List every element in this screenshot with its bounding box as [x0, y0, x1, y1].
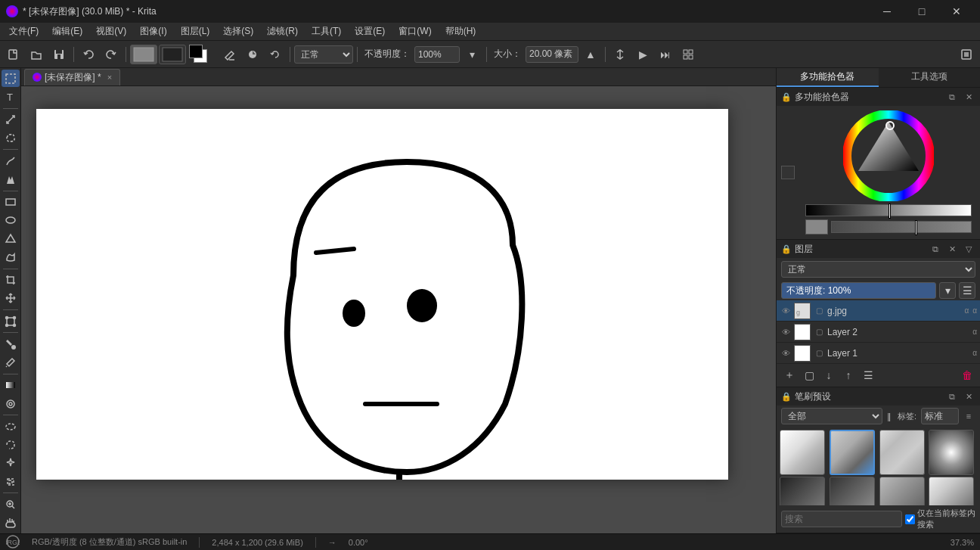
brush-item-2[interactable] [830, 430, 875, 475]
close-button[interactable]: ✕ [939, 0, 974, 23]
tool-magic-wand[interactable] [2, 455, 20, 472]
tool-polygon[interactable] [2, 230, 20, 247]
canvas-tab-item[interactable]: [未保存图像] * × [24, 69, 120, 85]
canvas-drawing[interactable] [36, 109, 728, 480]
menu-window[interactable]: 窗口(W) [392, 23, 437, 39]
menu-view[interactable]: 视图(V) [90, 23, 132, 39]
undo-button[interactable] [78, 45, 99, 64]
layer-properties-button[interactable]: ☰ [860, 367, 876, 384]
refresh-button[interactable] [265, 45, 286, 64]
maximize-button[interactable]: □ [904, 0, 939, 23]
layer-item-gjpg[interactable]: 👁 g ▢ g.jpg α α [777, 300, 980, 322]
tool-rectangle[interactable] [2, 194, 20, 211]
menu-tools[interactable]: 工具(T) [305, 23, 347, 39]
value-bar[interactable] [831, 221, 972, 233]
tool-freehand-shape[interactable] [2, 248, 20, 266]
layer-item-layer2[interactable]: 👁 ▢ Layer 2 α [777, 322, 980, 343]
status-srgb-icon[interactable]: sRGB [6, 535, 20, 550]
play-button[interactable]: ▶ [632, 45, 653, 64]
brush-item-1[interactable] [780, 430, 825, 475]
delete-layer-button[interactable]: 🗑 [959, 367, 975, 384]
menu-select[interactable]: 选择(S) [217, 23, 259, 39]
tool-text[interactable]: T [2, 88, 20, 105]
tab-tool-options[interactable]: 工具选项 [879, 68, 981, 87]
new-document-button[interactable] [3, 45, 24, 64]
brush-list-view[interactable]: ≡ [962, 409, 975, 423]
layer-eye-layer2[interactable]: 👁 [780, 326, 792, 338]
brush-float-button[interactable]: ⧉ [945, 390, 959, 403]
canvas-tab-close[interactable]: × [107, 73, 112, 82]
tool-crop[interactable] [2, 272, 20, 289]
layer-close-button[interactable]: ✕ [945, 242, 959, 256]
opacity-input[interactable] [414, 46, 460, 63]
tool-transform[interactable] [2, 111, 20, 129]
brush-preset-swatch-2[interactable] [159, 45, 186, 64]
tool-lasso[interactable] [2, 437, 20, 454]
color-selector-collapse-icon[interactable]: 🔒 [781, 92, 792, 102]
size-input[interactable] [526, 46, 578, 63]
brush-item-8[interactable] [929, 477, 974, 505]
brush-collapse-icon[interactable]: 🔒 [781, 392, 792, 402]
menu-image[interactable]: 图像(I) [134, 23, 172, 39]
layer-collapse-icon[interactable]: 🔒 [781, 244, 792, 254]
open-button[interactable] [26, 45, 47, 64]
brush-search-input[interactable] [781, 511, 902, 527]
brush-item-3[interactable] [879, 430, 925, 475]
color-selector-close-button[interactable]: ✕ [962, 90, 975, 104]
layer-eye-layer1[interactable]: 👁 [780, 347, 792, 359]
layer-item-layer1[interactable]: 👁 ▢ Layer 1 α [777, 343, 980, 364]
menu-filter[interactable]: 滤镜(R) [261, 23, 304, 39]
color-wheel[interactable] [843, 110, 934, 201]
layer-eye-gjpg[interactable]: 👁 [780, 305, 792, 317]
brush-item-6[interactable] [830, 477, 875, 505]
tool-freehand-select[interactable] [2, 129, 20, 147]
tool-gradient[interactable] [2, 377, 20, 394]
layer-options-button[interactable]: ☰ [959, 282, 975, 299]
brush-search-current-tag-checkbox[interactable]: 仅在当前标签内搜索 [905, 508, 975, 530]
tool-ellipse-select[interactable] [2, 418, 20, 435]
layer-opacity-slider[interactable]: 不透明度: 100% [781, 282, 936, 299]
save-button[interactable] [48, 45, 70, 64]
layer-opacity-dropdown[interactable]: ▾ [939, 282, 956, 299]
grid-button[interactable] [678, 45, 699, 64]
tool-select-rect[interactable] [2, 70, 20, 87]
tool-calligraphy[interactable] [2, 170, 20, 188]
menu-layer[interactable]: 图层(L) [175, 23, 216, 39]
tool-deform[interactable] [2, 312, 20, 330]
layer-filter-button[interactable]: ▽ [962, 242, 975, 256]
tool-eyedropper[interactable] [2, 354, 20, 371]
move-layer-down[interactable]: ↓ [820, 367, 837, 384]
color-swatch[interactable] [188, 43, 218, 66]
brush-preset-swatch-1[interactable] [130, 45, 157, 64]
layer-blend-select[interactable]: 正常 溶解 正片叠底 [781, 261, 975, 278]
next-frame-button[interactable]: ⏭ [655, 45, 676, 64]
foreground-color-swatch[interactable] [189, 45, 203, 58]
brush-close-button[interactable]: ✕ [962, 390, 975, 403]
group-layer-button[interactable]: ▢ [801, 367, 817, 384]
lightness-bar[interactable] [805, 204, 972, 216]
menu-help[interactable]: 帮助(H) [439, 23, 482, 39]
color-selector-float-button[interactable]: ⧉ [945, 90, 959, 104]
minimize-button[interactable]: ─ [870, 0, 904, 23]
brush-tag-select[interactable]: 全部 [781, 408, 882, 424]
mirror-h-button[interactable] [609, 45, 631, 64]
move-layer-up[interactable]: ↑ [840, 367, 857, 384]
tool-freehand-brush[interactable] [2, 152, 20, 169]
tool-ellipse[interactable] [2, 212, 20, 229]
tool-smart-patch[interactable] [2, 395, 20, 412]
erase-mode-button[interactable] [219, 45, 240, 64]
tool-zoom[interactable] [2, 496, 20, 513]
tool-move[interactable] [2, 290, 20, 307]
brush-item-4[interactable] [929, 430, 974, 475]
menu-file[interactable]: 文件(F) [3, 23, 45, 39]
blend-mode-select[interactable]: 正常 溶解 正片叠底 [294, 45, 353, 64]
fill-mode-button[interactable] [242, 45, 263, 64]
size-increase[interactable]: ▲ [580, 45, 601, 64]
color-display-icon[interactable] [781, 166, 795, 179]
canvas-scroll-area[interactable] [21, 86, 776, 533]
menu-edit[interactable]: 编辑(E) [46, 23, 88, 39]
menu-settings[interactable]: 设置(E) [349, 23, 391, 39]
tool-fill[interactable] [2, 335, 20, 353]
opacity-dropdown[interactable]: ▾ [461, 45, 482, 64]
canvas-options-button[interactable] [956, 45, 977, 64]
